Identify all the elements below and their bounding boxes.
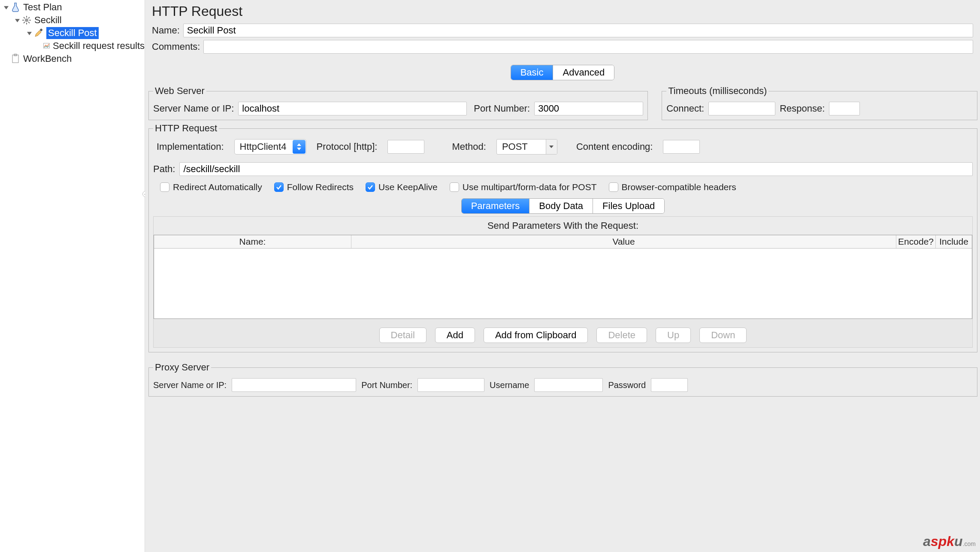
proxy-server-input[interactable] xyxy=(232,378,356,392)
response-input[interactable] xyxy=(829,102,860,115)
comments-label: Comments: xyxy=(152,41,200,52)
cb-label: Redirect Automatically xyxy=(173,182,262,192)
svg-line-9 xyxy=(24,22,25,23)
name-input[interactable] xyxy=(183,24,973,37)
svg-line-8 xyxy=(28,22,30,23)
tree-node-seckill[interactable]: Seckill xyxy=(0,14,145,27)
col-include[interactable]: Include xyxy=(936,235,972,248)
params-tab-bar: Parameters Body Data Files Upload xyxy=(153,198,973,214)
page-title: HTTP Request xyxy=(152,3,973,19)
svg-rect-14 xyxy=(12,55,18,63)
tree-node-seckill-post[interactable]: Seckill Post xyxy=(0,27,145,39)
port-label: Port Number: xyxy=(474,103,530,114)
svg-marker-17 xyxy=(297,148,301,150)
protocol-input[interactable] xyxy=(387,140,424,154)
flask-icon xyxy=(10,2,21,12)
tree-node-test-plan[interactable]: Test Plan xyxy=(0,1,145,14)
tab-basic[interactable]: Basic xyxy=(511,65,553,80)
triangle-down-icon[interactable] xyxy=(26,30,33,36)
tree-label: Test Plan xyxy=(23,2,62,13)
svg-marker-1 xyxy=(15,19,20,22)
chart-icon xyxy=(43,41,50,51)
proxy-user-label: Username xyxy=(490,380,529,390)
cb-redirect[interactable]: Redirect Automatically xyxy=(160,182,262,192)
connect-label: Connect: xyxy=(666,103,704,114)
chevron-down-icon xyxy=(546,140,557,154)
proxy-user-input[interactable] xyxy=(534,378,603,392)
svg-marker-16 xyxy=(297,143,301,146)
port-input[interactable] xyxy=(534,102,643,115)
gear-icon xyxy=(21,15,32,25)
watermark: aspku.com xyxy=(923,534,976,549)
svg-line-10 xyxy=(28,17,30,18)
path-label: Path: xyxy=(153,164,175,175)
tab-body-data[interactable]: Body Data xyxy=(529,199,593,213)
down-button[interactable]: Down xyxy=(699,328,747,343)
tree-label: Seckill xyxy=(34,15,62,26)
method-select[interactable]: POST xyxy=(496,139,557,155)
name-label: Name: xyxy=(152,25,180,36)
delete-button[interactable]: Delete xyxy=(596,328,647,343)
up-button[interactable]: Up xyxy=(656,328,691,343)
cb-label: Use KeepAlive xyxy=(378,182,438,192)
protocol-label: Protocol [http]: xyxy=(317,141,378,152)
params-title: Send Parameters With the Request: xyxy=(154,217,972,235)
svg-line-7 xyxy=(24,17,25,18)
params-table[interactable]: Name: Value Encode? Include xyxy=(154,235,972,319)
cb-multipart[interactable]: Use multipart/form-data for POST xyxy=(450,182,597,192)
tree-node-workbench[interactable]: WorkBench xyxy=(0,52,145,65)
connect-input[interactable] xyxy=(708,102,775,115)
method-label: Method: xyxy=(452,141,486,152)
proxy-pass-label: Password xyxy=(608,380,646,390)
response-label: Response: xyxy=(780,103,825,114)
tree-node-seckill-results[interactable]: Seckill request results xyxy=(0,39,145,52)
web-server-fieldset: Web Server Server Name or IP: Port Numbe… xyxy=(148,85,648,120)
cb-follow[interactable]: Follow Redirects xyxy=(274,182,354,192)
server-label: Server Name or IP: xyxy=(153,103,234,114)
proxy-server-label: Server Name or IP: xyxy=(153,380,227,390)
server-input[interactable] xyxy=(238,102,467,115)
triangle-down-icon[interactable] xyxy=(3,4,9,11)
main-tab-bar: Basic Advanced xyxy=(145,65,980,80)
path-input[interactable] xyxy=(179,162,973,176)
proxy-port-input[interactable] xyxy=(417,378,484,392)
tree-label: WorkBench xyxy=(23,53,72,64)
col-encode[interactable]: Encode? xyxy=(896,235,936,248)
svg-marker-18 xyxy=(549,146,554,148)
cb-browser[interactable]: Browser-compatible headers xyxy=(609,182,736,192)
web-server-legend: Web Server xyxy=(153,85,206,97)
detail-button[interactable]: Detail xyxy=(379,328,426,343)
add-clipboard-button[interactable]: Add from Clipboard xyxy=(484,328,588,343)
timeouts-legend: Timeouts (milliseconds) xyxy=(666,85,768,97)
tab-files-upload[interactable]: Files Upload xyxy=(593,199,664,213)
triangle-down-icon[interactable] xyxy=(14,17,21,24)
cb-label: Use multipart/form-data for POST xyxy=(463,182,597,192)
http-request-fieldset: HTTP Request Implementation: HttpClient4… xyxy=(148,123,977,352)
proxy-fieldset: Proxy Server Server Name or IP: Port Num… xyxy=(148,362,977,397)
svg-marker-11 xyxy=(27,32,32,35)
timeouts-fieldset: Timeouts (milliseconds) Connect: Respons… xyxy=(662,85,977,120)
content-label: Content encoding: xyxy=(576,141,653,152)
col-value[interactable]: Value xyxy=(351,235,896,248)
col-name[interactable]: Name: xyxy=(154,235,351,248)
tab-parameters[interactable]: Parameters xyxy=(462,199,529,213)
clipboard-icon xyxy=(10,54,21,64)
comments-input[interactable] xyxy=(203,40,973,54)
impl-label: Implementation: xyxy=(157,141,224,152)
cb-label: Follow Redirects xyxy=(287,182,354,192)
params-section: Send Parameters With the Request: Name: … xyxy=(153,216,973,348)
impl-select[interactable]: HttpClient4 xyxy=(234,139,306,155)
content-input[interactable] xyxy=(663,140,700,154)
tab-advanced[interactable]: Advanced xyxy=(553,65,614,80)
add-button[interactable]: Add xyxy=(435,328,475,343)
cb-label: Browser-compatible headers xyxy=(622,182,736,192)
cb-keepalive[interactable]: Use KeepAlive xyxy=(366,182,438,192)
stepper-arrows-icon xyxy=(293,140,305,154)
http-request-legend: HTTP Request xyxy=(153,123,219,134)
dropper-icon xyxy=(33,28,44,38)
main-panel: HTTP Request Name: Comments: Basic Advan… xyxy=(145,0,980,552)
proxy-port-label: Port Number: xyxy=(361,380,412,390)
svg-point-2 xyxy=(25,18,28,22)
svg-rect-15 xyxy=(14,54,17,56)
proxy-pass-input[interactable] xyxy=(651,378,688,392)
